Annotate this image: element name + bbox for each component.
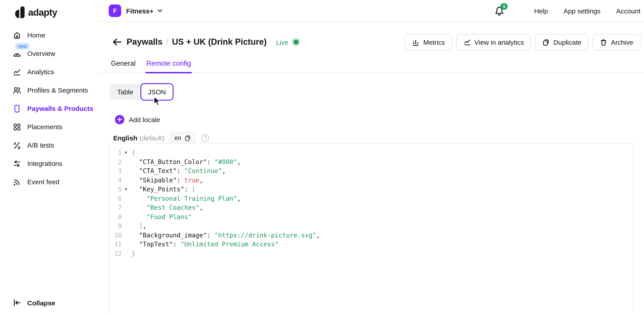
sidebar-item-label: Integrations xyxy=(27,160,62,167)
fold-spacer xyxy=(122,240,130,249)
code-line-5: 5▼ "Key_Points": [ xyxy=(110,185,633,194)
line-number: 7 xyxy=(110,203,122,212)
sidebar-item-placements[interactable]: Placements xyxy=(0,118,98,136)
live-dot-icon xyxy=(294,39,299,45)
header-actions: MetricsView in analyticsDuplicateArchive xyxy=(405,34,640,50)
json-code-editor[interactable]: 1▼{2 "CTA_Button_Color": "#000",3 "CTA_T… xyxy=(109,143,633,313)
sidebar-item-label: Event feed xyxy=(27,178,59,186)
gauge-icon xyxy=(12,49,22,58)
app-window: adapty HomenewOverviewAnalyticsProfiles … xyxy=(0,0,644,313)
view-toggle-table[interactable]: Table xyxy=(110,84,141,100)
copy-icon[interactable] xyxy=(184,134,191,141)
code-line-10: 10 "Background_image": "https://drink-pi… xyxy=(110,230,633,240)
locale-code-chip[interactable]: en xyxy=(170,132,196,144)
page-title: US + UK (Drink Picture) xyxy=(172,37,266,47)
code-text: "Food Plans" xyxy=(130,212,192,221)
home-icon xyxy=(12,31,22,40)
code-line-1: 1▼{ xyxy=(110,148,633,157)
sidebar-item-label: Overview xyxy=(27,50,55,57)
locale-language: English xyxy=(113,134,137,142)
line-number: 11 xyxy=(110,240,122,249)
sidebar-item-label: Analytics xyxy=(27,68,54,76)
code-line-6: 6 "Personal Training Plan", xyxy=(110,194,633,203)
topbar-link-help[interactable]: Help xyxy=(534,7,548,14)
sidebar-item-label: Paywalls & Products xyxy=(27,105,93,112)
code-line-4: 4 "Skipable": true, xyxy=(110,176,633,185)
archive-button[interactable]: Archive xyxy=(592,34,640,50)
notifications-button[interactable]: 5 xyxy=(494,6,505,16)
adapty-logo-text: adapty xyxy=(28,7,57,18)
collapse-icon xyxy=(12,298,22,307)
sidebar-item-label: A/B tests xyxy=(27,141,54,149)
phone-icon xyxy=(12,104,22,113)
collapse-sidebar-button[interactable]: Collapse xyxy=(12,298,55,307)
tab-general[interactable]: General xyxy=(111,60,136,72)
plus-icon xyxy=(115,115,124,124)
sidebar: adapty HomenewOverviewAnalyticsProfiles … xyxy=(0,0,98,313)
sidebar-item-label: Profiles & Segments xyxy=(27,86,88,94)
code-line-8: 8 "Food Plans" xyxy=(110,212,633,221)
button-label: Duplicate xyxy=(554,38,582,46)
sidebar-item-analytics[interactable]: Analytics xyxy=(0,62,98,81)
fold-spacer xyxy=(122,249,130,258)
code-line-12: 12} xyxy=(110,249,633,258)
fold-spacer xyxy=(122,166,130,176)
sidebar-item-label: Home xyxy=(27,31,45,39)
sidebar-item-home[interactable]: Home xyxy=(0,26,98,44)
sidebar-item-label: Placements xyxy=(27,123,62,130)
code-line-2: 2 "CTA_Button_Color": "#000", xyxy=(110,157,633,166)
help-question-icon[interactable] xyxy=(201,134,209,142)
button-label: View in analytics xyxy=(474,38,524,46)
fold-spacer xyxy=(122,203,130,212)
adapty-logo-icon xyxy=(14,6,25,18)
code-text: ], xyxy=(130,221,146,230)
topbar-link-account[interactable]: Account xyxy=(616,7,640,14)
topbar-link-app-settings[interactable]: App settings xyxy=(564,7,600,14)
view-toggle-json[interactable]: JSON xyxy=(140,83,174,100)
collapse-label: Collapse xyxy=(27,299,55,306)
sidebar-item-event-feed[interactable]: Event feed xyxy=(0,172,98,191)
fold-arrow-icon[interactable]: ▼ xyxy=(122,148,130,157)
archive-icon xyxy=(600,38,607,46)
sidebar-item-integrations[interactable]: Integrations xyxy=(0,154,98,172)
back-arrow-icon[interactable] xyxy=(112,37,122,47)
line-number: 12 xyxy=(110,249,122,258)
breadcrumb-paywalls[interactable]: Paywalls xyxy=(126,37,162,47)
code-line-7: 7 "Best Coaches", xyxy=(110,203,633,212)
button-label: Archive xyxy=(611,38,633,46)
notification-count-badge: 5 xyxy=(501,3,508,10)
view-in-analytics-button[interactable]: View in analytics xyxy=(456,34,531,50)
code-text: "TopText": "Unlimited Premium Access" xyxy=(130,240,278,249)
people-icon xyxy=(12,86,22,94)
app-switcher[interactable]: F Fitness+ xyxy=(109,4,162,17)
adapty-logo[interactable]: adapty xyxy=(14,6,98,18)
fold-spacer xyxy=(122,176,130,185)
code-text: "Background_image": "https://drink-pictu… xyxy=(130,230,320,240)
line-number: 8 xyxy=(110,212,122,221)
sidebar-item-paywalls-products[interactable]: Paywalls & Products xyxy=(0,99,98,118)
add-locale-button[interactable]: Add locale xyxy=(115,115,160,124)
code-line-3: 3 "CTA_Text": "Continue", xyxy=(110,166,633,176)
app-avatar: F xyxy=(109,4,121,17)
locale-default-suffix: (default) xyxy=(140,134,164,142)
fold-spacer xyxy=(122,194,130,203)
duplicate-button[interactable]: Duplicate xyxy=(535,34,588,50)
app-name: Fitness+ xyxy=(126,7,154,14)
sidebar-item-a-b-tests[interactable]: ABA/B tests xyxy=(0,136,98,154)
svg-text:B: B xyxy=(18,146,20,150)
tab-remote-config[interactable]: Remote config xyxy=(146,60,191,72)
sidebar-item-overview[interactable]: newOverview xyxy=(0,44,98,62)
metrics-button[interactable]: Metrics xyxy=(405,34,452,50)
code-line-9: 9 ], xyxy=(110,221,633,230)
code-text: "CTA_Button_Color": "#000", xyxy=(130,157,241,166)
fold-spacer xyxy=(122,157,130,166)
breadcrumb-separator: / xyxy=(166,37,168,47)
code-text: "Key_Points": [ xyxy=(130,185,196,194)
button-label: Metrics xyxy=(423,38,445,46)
sidebar-item-profiles-segments[interactable]: Profiles & Segments xyxy=(0,81,98,99)
topbar-links: HelpApp settingsAccount xyxy=(518,7,640,14)
tabstrip: GeneralRemote config xyxy=(98,60,644,73)
arrows-icon xyxy=(12,159,22,168)
line-number: 2 xyxy=(110,157,122,166)
fold-arrow-icon[interactable]: ▼ xyxy=(122,185,130,194)
